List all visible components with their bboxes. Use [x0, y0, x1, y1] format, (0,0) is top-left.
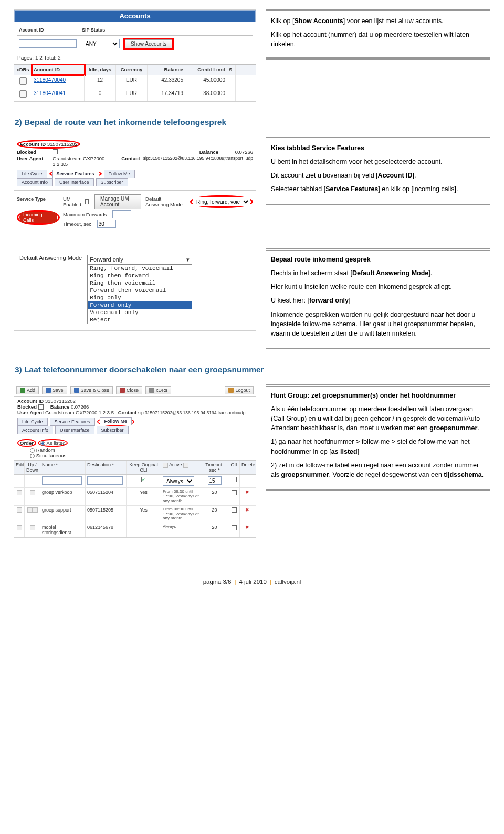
table-row: 31180470041 0 EUR 17.34719 38.00000 — [14, 88, 256, 101]
radio-simultaneous[interactable] — [30, 454, 35, 458]
dam-option[interactable]: Ring then forward — [88, 272, 192, 279]
radio-random[interactable] — [30, 448, 35, 453]
tab-follow-me[interactable]: Follow Me — [100, 417, 132, 425]
account-link[interactable]: 31180470040 — [34, 77, 66, 83]
disk-icon — [74, 388, 79, 393]
close-icon — [120, 388, 125, 393]
tab-service-features[interactable]: Service Features — [50, 418, 95, 426]
magnifier-icon[interactable] — [19, 77, 27, 85]
lbl-contact: Contact — [121, 155, 140, 167]
xdrs-button[interactable]: xDRs — [145, 386, 171, 394]
dam-option[interactable]: Ring only — [88, 294, 192, 301]
pages-label: Pages: 1 2 Total: 2 — [14, 55, 256, 64]
timeout-input[interactable] — [97, 220, 116, 228]
max-forwards-input[interactable] — [112, 210, 131, 218]
col-account-id: Account ID — [32, 65, 85, 75]
dam-dropdown[interactable]: Forward only▾ Ring, forward, voicemail R… — [87, 255, 192, 324]
lbl-order: Order — [20, 440, 34, 446]
account-link[interactable]: 31180470041 — [34, 90, 66, 96]
tab-life-cycle[interactable]: Life Cycle — [17, 418, 48, 426]
edit-icon[interactable] — [17, 507, 22, 513]
show-accounts-button[interactable]: Show Accounts — [125, 39, 172, 48]
down-icon[interactable] — [33, 507, 38, 513]
sip-status-select[interactable]: ANY — [82, 39, 120, 48]
edit-icon[interactable] — [17, 525, 22, 530]
col-currency: Currency — [116, 65, 148, 75]
blocked-checkbox[interactable] — [38, 404, 44, 410]
active-select[interactable]: Always — [163, 476, 194, 486]
delete-icon[interactable]: ✖ — [245, 489, 249, 495]
plus-icon — [20, 388, 25, 393]
tab-account-info[interactable]: Account Info — [17, 178, 52, 186]
page-footer: pagina 3/6|4 juli 2010|callvoip.nl — [0, 554, 504, 591]
delete-icon[interactable]: ✖ — [245, 525, 249, 530]
fig-dam-dropdown: Default Answering Mode Forward only▾ Rin… — [14, 248, 256, 331]
chevron-down-icon: ▾ — [186, 256, 190, 263]
table-row: groep verkoop 0507115204 Yes From 08:30 … — [14, 488, 256, 505]
tab-service-features[interactable]: Service Features — [52, 170, 99, 178]
dam-option[interactable]: Ring, forward, voicemail — [88, 265, 192, 272]
radio-as-listed[interactable] — [40, 441, 45, 446]
account-id-input[interactable] — [19, 39, 77, 48]
blocked-checkbox[interactable] — [52, 149, 58, 154]
col-balance: Balance — [148, 65, 185, 75]
table-row: 31180470040 12 EUR 42.33205 45.00000 — [14, 75, 256, 88]
lbl-blocked: Blocked — [17, 149, 49, 155]
fig-accounts: Accounts Account ID SIP Status ANY Show … — [14, 9, 256, 102]
logout-button[interactable]: Logout — [225, 386, 254, 394]
dam-option[interactable]: Ring then voicemail — [88, 279, 192, 287]
instruction-block-2: Kies tabblad Service Features U bent in … — [266, 139, 490, 203]
kcli-checkbox[interactable] — [141, 477, 146, 482]
col-s: S — [227, 65, 236, 75]
um-enabled-checkbox[interactable] — [85, 199, 89, 204]
hdr-account-id: Account ID — [19, 27, 77, 33]
incoming-calls-pill[interactable]: Incoming Calls — [19, 212, 57, 223]
down-icon[interactable] — [30, 490, 35, 495]
tab-user-interface[interactable]: User Interface — [55, 426, 94, 434]
dam-option[interactable]: Reject — [88, 316, 192, 324]
dam-option[interactable]: Voicemail only — [88, 309, 192, 316]
up-icon[interactable] — [30, 525, 35, 530]
add-button[interactable]: Add — [16, 386, 39, 394]
name-input[interactable] — [42, 476, 82, 485]
timeout-input[interactable] — [208, 476, 222, 485]
section-2-title: 2) Bepaal de route van het inkomende tel… — [15, 118, 490, 127]
save-close-button[interactable]: Save & Close — [70, 386, 113, 394]
tab-user-interface[interactable]: User Interface — [55, 178, 94, 186]
off-checkbox[interactable] — [232, 507, 237, 513]
table-row: Always — [14, 475, 256, 488]
col-idle: Idle, days — [85, 65, 116, 75]
save-button[interactable]: Save — [42, 386, 67, 394]
hdr-sip-status: SIP Status — [82, 27, 124, 33]
dam-label: Default Answering Mode — [19, 255, 82, 261]
tab-follow-me[interactable]: Follow Me — [104, 170, 135, 178]
dam-select[interactable]: Ring, forward, voic — [193, 197, 250, 206]
manage-um-button[interactable]: Manage UM Account — [94, 194, 141, 209]
table-row: mobiel storingsdienst 0612345678 Always … — [14, 523, 256, 537]
fig-service-features: Account ID 31507115202 BlockedBalance0.0… — [14, 137, 256, 232]
dam-option[interactable]: Forward then voicemail — [88, 287, 192, 294]
file-icon — [149, 388, 154, 393]
dest-input[interactable] — [87, 476, 123, 485]
lbl-balance: Balance — [200, 149, 232, 155]
off-checkbox[interactable] — [232, 477, 237, 482]
tab-life-cycle[interactable]: Life Cycle — [17, 170, 47, 178]
off-checkbox[interactable] — [232, 525, 237, 530]
instruction-block-3: Bepaal route inkomend gesprek Rechts in … — [266, 251, 490, 347]
accounts-titlebar: Accounts — [14, 10, 256, 22]
dam-option-selected[interactable]: Forward only — [88, 301, 192, 309]
tab-subscriber[interactable]: Subscriber — [97, 426, 129, 434]
up-icon[interactable] — [27, 507, 33, 513]
close-button[interactable]: Close — [116, 386, 142, 394]
delete-icon[interactable]: ✖ — [245, 507, 249, 513]
edit-icon[interactable] — [17, 490, 22, 495]
col-xdrs: xDRs — [14, 65, 32, 75]
logout-icon — [228, 388, 234, 393]
col-credit: Credit Limit — [185, 65, 227, 75]
off-checkbox[interactable] — [232, 490, 237, 495]
instruction-block-1: Klik op [Show Accounts] voor een lijst m… — [266, 12, 490, 57]
magnifier-icon[interactable] — [19, 90, 27, 98]
wizard-icon — [183, 463, 188, 468]
tab-subscriber[interactable]: Subscriber — [96, 178, 128, 186]
tab-account-info[interactable]: Account Info — [17, 426, 53, 434]
